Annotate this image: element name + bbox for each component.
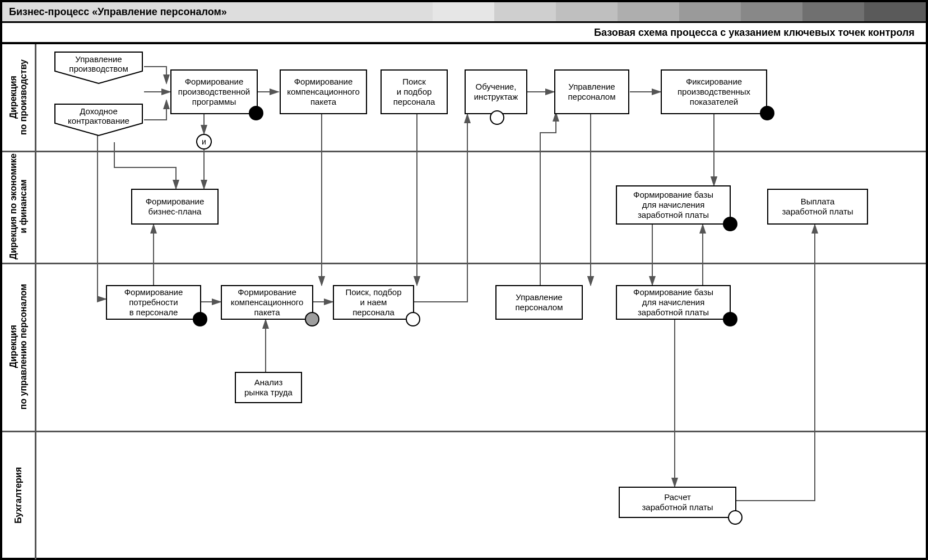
control-point-search-hr [406, 312, 420, 326]
box-training: Обучение,инструктаж [465, 69, 527, 114]
swimlane-container: Дирекцияпо производству Дирекция по экон… [2, 44, 926, 558]
box-fix-indicators: Фиксированиепроизводственныхпоказателей [661, 69, 767, 114]
box-market-analysis: Анализрынка труда [235, 372, 302, 403]
control-point-hr-need [193, 312, 207, 326]
box-hr-need: Формированиепотребностив персонале [106, 285, 201, 320]
box-pay-out: Выплатазаработной платы [767, 189, 868, 225]
box-business-plan: Формированиебизнес-плана [131, 189, 219, 225]
input-income-contracting: Доходноеконтрактование [54, 103, 143, 137]
header-band [741, 2, 802, 21]
box-production-program: Формированиепроизводственнойпрограммы [170, 69, 258, 114]
box-hr-mgmt-hr: Управлениеперсоналом [495, 285, 583, 320]
box-payroll-calc: Расчетзаработной платы [619, 487, 736, 518]
header-bar: Бизнес-процесс «Управление персоналом» [2, 2, 926, 23]
header-band [556, 2, 618, 21]
header-band [494, 2, 556, 21]
header-color-bands [433, 2, 926, 21]
box-search-hr: Поиск, подбори наемперсонала [333, 285, 414, 320]
page-title: Бизнес-процесс «Управление персоналом» [2, 6, 433, 18]
box-payroll-base-hr: Формирование базыдля начислениязаработно… [616, 285, 731, 320]
control-point-comp-pack-hr [305, 312, 319, 326]
control-point-payroll-calc [728, 510, 743, 525]
header-band [679, 2, 741, 21]
control-point-fix-indicators [760, 106, 774, 120]
lane-accounting: Бухгалтерия [2, 431, 926, 559]
control-point-training [490, 110, 504, 125]
input-production-mgmt: Управлениепроизводством [54, 51, 143, 85]
box-comp-pack-hr: Формированиекомпенсационногопакета [221, 285, 313, 320]
box-hr-mgmt-top: Управлениеперсоналом [554, 69, 629, 114]
gateway-and: и [196, 134, 212, 150]
control-point-payroll-base-hr [723, 312, 737, 326]
box-payroll-base-fin: Формирование базыдля начислениязаработно… [616, 185, 731, 225]
header-band [433, 2, 494, 21]
header-band [618, 2, 679, 21]
box-search-top: Поиски подборперсонала [381, 69, 448, 114]
header-band [864, 2, 926, 21]
lane-label-finance: Дирекция по экономикеи финансам [2, 151, 36, 263]
subheader: Базовая схема процесса с указанием ключе… [2, 23, 926, 44]
subheader-text: Базовая схема процесса с указанием ключе… [594, 27, 915, 39]
diagram-page: Бизнес-процесс «Управление персоналом» Б… [0, 0, 928, 560]
header-band [802, 2, 864, 21]
lane-label-production: Дирекцияпо производству [2, 44, 36, 151]
control-point-payroll-base-fin [723, 217, 737, 231]
control-point-prod-prog [249, 106, 263, 120]
lane-label-hr: Дирекцияпо управлению персоналом [2, 263, 36, 431]
lane-label-accounting: Бухгалтерия [2, 431, 36, 559]
box-comp-pack-top: Формированиекомпенсационногопакета [280, 69, 367, 114]
